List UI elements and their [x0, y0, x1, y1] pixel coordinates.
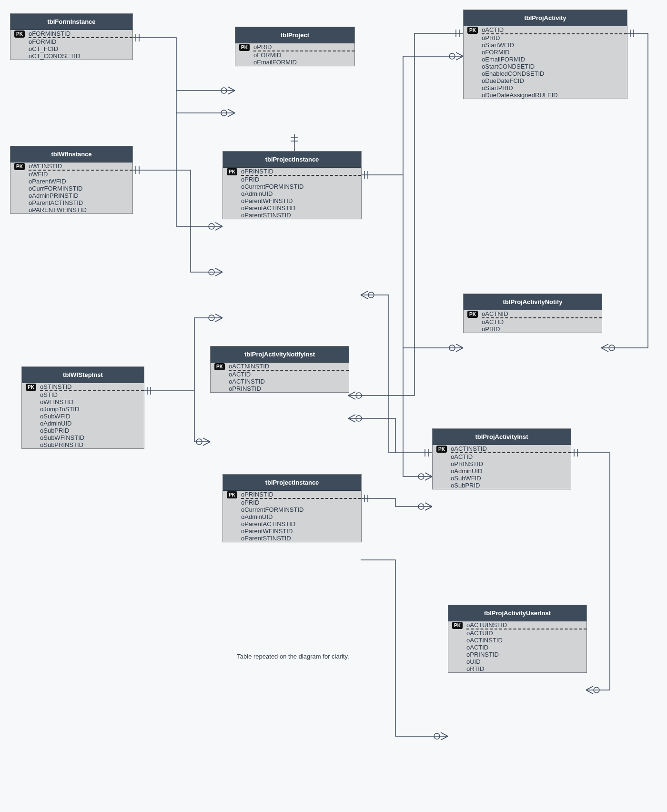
- field-name: oParentACTINSTID: [241, 520, 361, 528]
- field-name: oAdminUID: [241, 513, 361, 520]
- pk-field: oSTINSTID: [40, 383, 144, 391]
- table-title: tblProjActivityInst: [433, 429, 571, 445]
- field-name: oEnabledCONDSETID: [482, 70, 627, 77]
- field-name: oACTINSTID: [466, 637, 586, 644]
- field-name: oPRID: [482, 34, 627, 41]
- svg-point-3: [209, 269, 214, 275]
- field-name: oUID: [466, 658, 586, 665]
- table-title: tblWfStepInst: [22, 367, 144, 383]
- field-name: oPARENTWFINSTID: [29, 206, 132, 213]
- field-row: oParentWFINSTID: [223, 197, 361, 204]
- field-name: oPRID: [241, 176, 361, 183]
- field-name: oCT_CONDSETID: [29, 52, 132, 60]
- field-row: oACTID: [464, 318, 602, 325]
- field-name: oSTID: [40, 391, 144, 398]
- field-row: oEmailFORMID: [235, 59, 354, 66]
- field-row: oSubPRINSTID: [22, 441, 144, 448]
- field-name: oSubWFID: [40, 413, 144, 420]
- field-row: oParentWFID: [10, 178, 132, 185]
- field-row: oSTID: [22, 391, 144, 398]
- field-row: oACTID: [433, 453, 571, 460]
- table-title: tblProjectInstance: [223, 475, 361, 491]
- field-name: oDueDateAssignedRULEID: [482, 91, 627, 99]
- svg-point-2: [209, 223, 214, 229]
- field-name: oSubPRID: [451, 482, 571, 489]
- field-row: oAdminUID: [22, 420, 144, 427]
- svg-point-7: [449, 345, 455, 351]
- table-wfInstance: tblWfInstancePKoWFINSTIDoWFIDoParentWFID…: [10, 146, 133, 214]
- field-name: oParentWFINSTID: [241, 197, 361, 204]
- pk-row: PKoACTINSTID: [433, 445, 571, 453]
- field-row: oParentACTINSTID: [10, 199, 132, 206]
- field-row: oFORMID: [10, 38, 132, 45]
- field-name: oSubPRID: [40, 427, 144, 434]
- table-projectInstance2: tblProjectInstancePKoPRINSTIDoPRIDoCurre…: [222, 474, 362, 542]
- field-row: oAdminPRINSTID: [10, 192, 132, 199]
- field-name: oPRINSTID: [466, 651, 586, 658]
- field-name: oParentACTINSTID: [241, 204, 361, 212]
- field-row: oRTID: [448, 665, 586, 672]
- pk-row: PKoWFINSTID: [10, 162, 132, 170]
- pk-badge: PK: [467, 311, 478, 318]
- svg-point-12: [418, 504, 424, 509]
- field-row: oEnabledCONDSETID: [464, 70, 627, 77]
- field-row: oUID: [448, 658, 586, 665]
- field-name: oACTID: [466, 644, 586, 651]
- field-name: oACTINSTID: [229, 378, 349, 385]
- field-name: oParentSTINSTID: [241, 212, 361, 219]
- field-row: oFORMID: [235, 51, 354, 59]
- svg-point-0: [221, 88, 227, 93]
- field-name: oParentSTINSTID: [241, 535, 361, 542]
- pk-badge: PK: [14, 30, 25, 38]
- table-projActivity: tblProjActivityPKoACTIDoPRIDoStartWFIDoF…: [463, 10, 627, 99]
- field-name: oWFID: [29, 171, 132, 178]
- field-name: oSubWFINSTID: [40, 434, 144, 441]
- field-row: oACTINSTID: [211, 378, 349, 385]
- pk-row: PKoPRINSTID: [223, 168, 361, 175]
- field-row: oPRID: [464, 325, 602, 333]
- field-name: oRTID: [466, 665, 586, 672]
- field-row: oParentWFINSTID: [223, 528, 361, 535]
- pk-field: oWFINSTID: [29, 162, 132, 170]
- field-name: oCurrentFORMINSTID: [241, 183, 361, 190]
- table-title: tblProjActivityNotify: [464, 294, 602, 310]
- pk-row: PKoSTINSTID: [22, 383, 144, 391]
- field-row: oPRINSTID: [211, 385, 349, 392]
- pk-field: oACTNINSTID: [229, 363, 349, 370]
- svg-point-1: [221, 110, 227, 116]
- diagram-note: Table repeated on the diagram for clarit…: [231, 653, 355, 660]
- field-name: oFORMID: [482, 49, 627, 56]
- table-project: tblProjectPKoPRIDoFORMIDoEmailFORMID: [235, 27, 355, 66]
- field-row: oCT_FCID: [10, 45, 132, 52]
- svg-point-4: [209, 315, 214, 321]
- field-row: oParentACTINSTID: [223, 520, 361, 528]
- field-row: oSubWFINSTID: [22, 434, 144, 441]
- pk-row: PKoACTNID: [464, 310, 602, 318]
- svg-point-8: [418, 474, 424, 479]
- table-formInstance: tblFormInstancePKoFORMINSTIDoFORMIDoCT_F…: [10, 13, 133, 60]
- field-name: oParentACTINSTID: [29, 199, 132, 206]
- field-name: oDueDateFCID: [482, 77, 627, 84]
- field-name: oAdminUID: [451, 467, 571, 475]
- pk-row: PKoACTUINSTID: [448, 621, 586, 629]
- field-row: oACTID: [448, 644, 586, 651]
- pk-badge: PK: [239, 44, 250, 51]
- pk-field: oACTUINSTID: [466, 621, 586, 629]
- field-row: oStartWFID: [464, 41, 627, 49]
- field-name: oACTID: [229, 371, 349, 378]
- field-name: oStartCONDSETID: [482, 63, 627, 70]
- field-row: oDueDateAssignedRULEID: [464, 91, 627, 99]
- svg-point-14: [594, 687, 599, 693]
- pk-badge: PK: [436, 446, 447, 453]
- table-projActNotifyInst: tblProjActivityNotifyInstPKoACTNINSTIDoA…: [210, 346, 349, 393]
- field-row: oWFID: [10, 171, 132, 178]
- field-name: oEmailFORMID: [482, 56, 627, 63]
- field-row: oSubWFID: [22, 413, 144, 420]
- table-title: tblWfInstance: [10, 146, 132, 162]
- pk-row: PKoPRINSTID: [223, 491, 361, 498]
- field-name: oCT_FCID: [29, 45, 132, 52]
- field-name: oFORMID: [29, 38, 132, 45]
- field-row: oFORMID: [464, 49, 627, 56]
- field-row: oPRID: [464, 34, 627, 41]
- svg-point-13: [434, 733, 440, 739]
